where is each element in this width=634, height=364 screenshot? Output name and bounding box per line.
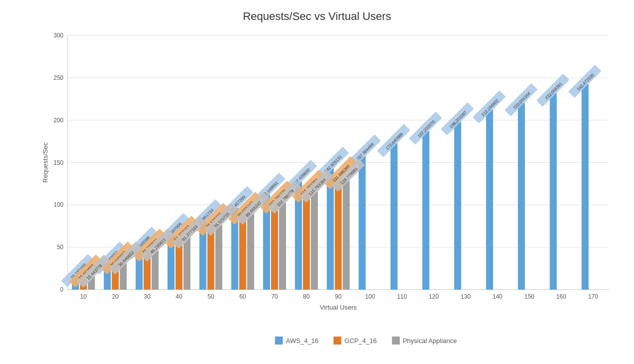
svg-text:80: 80 bbox=[303, 293, 310, 300]
svg-text:120: 120 bbox=[429, 293, 439, 300]
svg-rect-52 bbox=[239, 214, 246, 290]
svg-text:20: 20 bbox=[112, 293, 119, 300]
svg-text:140: 140 bbox=[492, 293, 502, 300]
svg-text:300: 300 bbox=[54, 32, 64, 39]
svg-rect-58 bbox=[303, 192, 310, 290]
chart-title: Requests/Sec vs Virtual Users bbox=[40, 10, 619, 23]
svg-text:200: 200 bbox=[54, 117, 64, 124]
svg-text:110: 110 bbox=[397, 293, 407, 300]
svg-text:150: 150 bbox=[524, 293, 534, 300]
svg-text:Virtual Users: Virtual Users bbox=[320, 304, 357, 311]
legend-item-physical: Physical Appliance bbox=[392, 337, 456, 345]
svg-text:130: 130 bbox=[460, 293, 470, 300]
svg-text:0: 0 bbox=[60, 286, 64, 293]
svg-rect-68 bbox=[518, 103, 525, 290]
svg-rect-70 bbox=[582, 84, 588, 290]
legend-item-aws: AWS_4_16 bbox=[275, 337, 318, 345]
svg-text:150: 150 bbox=[54, 159, 64, 166]
svg-rect-62 bbox=[342, 181, 350, 290]
svg-text:10: 10 bbox=[80, 293, 87, 300]
svg-rect-67 bbox=[486, 110, 493, 290]
svg-rect-63 bbox=[358, 156, 366, 290]
legend-item-gcp: GCP_4_16 bbox=[334, 337, 376, 345]
svg-text:50: 50 bbox=[208, 293, 214, 300]
gcp-swatch bbox=[334, 337, 342, 345]
legend-label-gcp: GCP_4_16 bbox=[344, 337, 376, 345]
chart-container: Requests/Sec vs Virtual Users 0501001502… bbox=[0, 0, 634, 364]
svg-text:70: 70 bbox=[271, 293, 278, 300]
svg-rect-55 bbox=[271, 203, 278, 290]
svg-rect-44 bbox=[152, 251, 158, 290]
svg-text:60: 60 bbox=[240, 293, 246, 300]
svg-text:100: 100 bbox=[54, 201, 64, 208]
legend: AWS_4_16 GCP_4_16 Physical Appliance bbox=[275, 337, 457, 345]
svg-rect-47 bbox=[184, 238, 190, 290]
svg-rect-64 bbox=[390, 143, 398, 290]
chart-area: 050100150200250300Requests/SecVirtual Us… bbox=[40, 28, 619, 312]
svg-rect-56 bbox=[279, 203, 286, 290]
svg-rect-69 bbox=[550, 93, 557, 290]
aws-swatch bbox=[275, 337, 283, 345]
svg-text:170: 170 bbox=[588, 293, 598, 300]
svg-text:Requests/Sec: Requests/Sec bbox=[42, 142, 49, 183]
svg-rect-65 bbox=[422, 131, 430, 290]
svg-rect-141 bbox=[275, 337, 283, 345]
physical-swatch bbox=[392, 337, 400, 345]
svg-text:90: 90 bbox=[335, 293, 342, 300]
svg-rect-61 bbox=[334, 178, 342, 290]
svg-rect-50 bbox=[216, 225, 222, 290]
svg-text:30: 30 bbox=[144, 293, 151, 300]
svg-rect-143 bbox=[392, 337, 400, 345]
svg-rect-53 bbox=[247, 214, 254, 290]
svg-text:40: 40 bbox=[176, 293, 182, 300]
svg-text:100: 100 bbox=[365, 293, 375, 300]
svg-text:50: 50 bbox=[57, 244, 64, 251]
legend-label-aws: AWS_4_16 bbox=[286, 337, 318, 345]
svg-text:160: 160 bbox=[556, 293, 566, 300]
svg-rect-142 bbox=[334, 337, 342, 345]
svg-rect-66 bbox=[454, 122, 461, 290]
svg-rect-59 bbox=[311, 192, 318, 290]
svg-text:250: 250 bbox=[54, 74, 64, 81]
legend-label-physical: Physical Appliance bbox=[402, 337, 456, 345]
